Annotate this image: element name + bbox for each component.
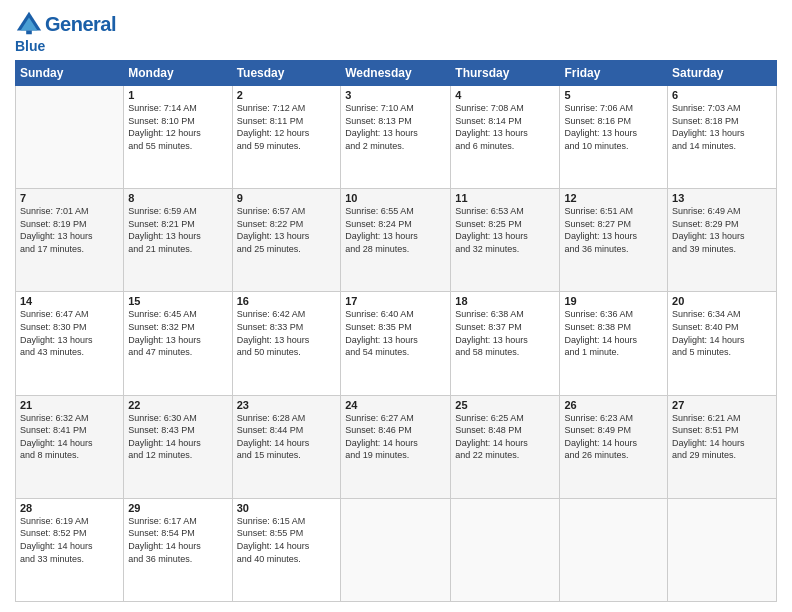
calendar-cell: 8Sunrise: 6:59 AM Sunset: 8:21 PM Daylig… [124,189,232,292]
day-number: 13 [672,192,772,204]
calendar-cell: 18Sunrise: 6:38 AM Sunset: 8:37 PM Dayli… [451,292,560,395]
weekday-header-thursday: Thursday [451,61,560,86]
day-number: 8 [128,192,227,204]
day-info: Sunrise: 6:57 AM Sunset: 8:22 PM Dayligh… [237,205,337,255]
day-number: 21 [20,399,119,411]
calendar-header-row: SundayMondayTuesdayWednesdayThursdayFrid… [16,61,777,86]
calendar-cell: 17Sunrise: 6:40 AM Sunset: 8:35 PM Dayli… [341,292,451,395]
weekday-header-wednesday: Wednesday [341,61,451,86]
header: General Blue [15,10,777,54]
calendar-cell: 14Sunrise: 6:47 AM Sunset: 8:30 PM Dayli… [16,292,124,395]
weekday-header-sunday: Sunday [16,61,124,86]
day-number: 25 [455,399,555,411]
day-number: 2 [237,89,337,101]
weekday-header-monday: Monday [124,61,232,86]
day-number: 22 [128,399,227,411]
day-number: 9 [237,192,337,204]
day-info: Sunrise: 6:15 AM Sunset: 8:55 PM Dayligh… [237,515,337,565]
day-number: 20 [672,295,772,307]
calendar-cell: 13Sunrise: 6:49 AM Sunset: 8:29 PM Dayli… [668,189,777,292]
day-number: 3 [345,89,446,101]
day-info: Sunrise: 6:25 AM Sunset: 8:48 PM Dayligh… [455,412,555,462]
weekday-header-tuesday: Tuesday [232,61,341,86]
calendar-cell: 12Sunrise: 6:51 AM Sunset: 8:27 PM Dayli… [560,189,668,292]
calendar-cell [560,498,668,601]
day-info: Sunrise: 6:34 AM Sunset: 8:40 PM Dayligh… [672,308,772,358]
calendar-cell [341,498,451,601]
weekday-header-friday: Friday [560,61,668,86]
day-info: Sunrise: 6:17 AM Sunset: 8:54 PM Dayligh… [128,515,227,565]
calendar-table: SundayMondayTuesdayWednesdayThursdayFrid… [15,60,777,602]
calendar-cell: 7Sunrise: 7:01 AM Sunset: 8:19 PM Daylig… [16,189,124,292]
calendar-cell: 27Sunrise: 6:21 AM Sunset: 8:51 PM Dayli… [668,395,777,498]
day-number: 15 [128,295,227,307]
calendar-week-2: 7Sunrise: 7:01 AM Sunset: 8:19 PM Daylig… [16,189,777,292]
calendar-cell: 16Sunrise: 6:42 AM Sunset: 8:33 PM Dayli… [232,292,341,395]
day-info: Sunrise: 6:32 AM Sunset: 8:41 PM Dayligh… [20,412,119,462]
calendar-cell: 22Sunrise: 6:30 AM Sunset: 8:43 PM Dayli… [124,395,232,498]
logo: General Blue [15,10,116,54]
day-info: Sunrise: 7:14 AM Sunset: 8:10 PM Dayligh… [128,102,227,152]
calendar-week-4: 21Sunrise: 6:32 AM Sunset: 8:41 PM Dayli… [16,395,777,498]
calendar-cell: 21Sunrise: 6:32 AM Sunset: 8:41 PM Dayli… [16,395,124,498]
calendar-cell: 29Sunrise: 6:17 AM Sunset: 8:54 PM Dayli… [124,498,232,601]
calendar-cell: 20Sunrise: 6:34 AM Sunset: 8:40 PM Dayli… [668,292,777,395]
calendar-cell: 23Sunrise: 6:28 AM Sunset: 8:44 PM Dayli… [232,395,341,498]
day-number: 6 [672,89,772,101]
day-info: Sunrise: 6:45 AM Sunset: 8:32 PM Dayligh… [128,308,227,358]
day-number: 30 [237,502,337,514]
day-info: Sunrise: 6:53 AM Sunset: 8:25 PM Dayligh… [455,205,555,255]
day-info: Sunrise: 6:27 AM Sunset: 8:46 PM Dayligh… [345,412,446,462]
day-number: 17 [345,295,446,307]
calendar-cell: 3Sunrise: 7:10 AM Sunset: 8:13 PM Daylig… [341,86,451,189]
logo-text-blue: Blue [15,38,45,54]
day-number: 4 [455,89,555,101]
calendar-cell [451,498,560,601]
day-info: Sunrise: 7:12 AM Sunset: 8:11 PM Dayligh… [237,102,337,152]
calendar-week-1: 1Sunrise: 7:14 AM Sunset: 8:10 PM Daylig… [16,86,777,189]
svg-rect-2 [26,31,32,35]
day-info: Sunrise: 6:51 AM Sunset: 8:27 PM Dayligh… [564,205,663,255]
calendar-week-3: 14Sunrise: 6:47 AM Sunset: 8:30 PM Dayli… [16,292,777,395]
day-number: 24 [345,399,446,411]
day-number: 5 [564,89,663,101]
day-number: 1 [128,89,227,101]
day-info: Sunrise: 7:03 AM Sunset: 8:18 PM Dayligh… [672,102,772,152]
day-number: 11 [455,192,555,204]
day-number: 19 [564,295,663,307]
day-number: 14 [20,295,119,307]
day-info: Sunrise: 6:21 AM Sunset: 8:51 PM Dayligh… [672,412,772,462]
day-info: Sunrise: 6:47 AM Sunset: 8:30 PM Dayligh… [20,308,119,358]
day-info: Sunrise: 6:19 AM Sunset: 8:52 PM Dayligh… [20,515,119,565]
day-number: 26 [564,399,663,411]
calendar-cell: 24Sunrise: 6:27 AM Sunset: 8:46 PM Dayli… [341,395,451,498]
day-info: Sunrise: 7:06 AM Sunset: 8:16 PM Dayligh… [564,102,663,152]
day-info: Sunrise: 7:10 AM Sunset: 8:13 PM Dayligh… [345,102,446,152]
day-info: Sunrise: 6:30 AM Sunset: 8:43 PM Dayligh… [128,412,227,462]
day-info: Sunrise: 7:08 AM Sunset: 8:14 PM Dayligh… [455,102,555,152]
day-info: Sunrise: 6:55 AM Sunset: 8:24 PM Dayligh… [345,205,446,255]
calendar-cell: 2Sunrise: 7:12 AM Sunset: 8:11 PM Daylig… [232,86,341,189]
day-info: Sunrise: 6:59 AM Sunset: 8:21 PM Dayligh… [128,205,227,255]
calendar-cell: 9Sunrise: 6:57 AM Sunset: 8:22 PM Daylig… [232,189,341,292]
day-number: 12 [564,192,663,204]
calendar-cell: 5Sunrise: 7:06 AM Sunset: 8:16 PM Daylig… [560,86,668,189]
calendar-cell: 4Sunrise: 7:08 AM Sunset: 8:14 PM Daylig… [451,86,560,189]
calendar-cell: 28Sunrise: 6:19 AM Sunset: 8:52 PM Dayli… [16,498,124,601]
weekday-header-saturday: Saturday [668,61,777,86]
calendar-week-5: 28Sunrise: 6:19 AM Sunset: 8:52 PM Dayli… [16,498,777,601]
calendar-cell: 11Sunrise: 6:53 AM Sunset: 8:25 PM Dayli… [451,189,560,292]
calendar-cell: 30Sunrise: 6:15 AM Sunset: 8:55 PM Dayli… [232,498,341,601]
logo-text-general: General [45,13,116,36]
day-info: Sunrise: 6:28 AM Sunset: 8:44 PM Dayligh… [237,412,337,462]
day-number: 18 [455,295,555,307]
day-info: Sunrise: 6:49 AM Sunset: 8:29 PM Dayligh… [672,205,772,255]
calendar-cell [668,498,777,601]
day-number: 28 [20,502,119,514]
calendar-cell: 25Sunrise: 6:25 AM Sunset: 8:48 PM Dayli… [451,395,560,498]
day-info: Sunrise: 6:36 AM Sunset: 8:38 PM Dayligh… [564,308,663,358]
day-number: 16 [237,295,337,307]
calendar-cell: 1Sunrise: 7:14 AM Sunset: 8:10 PM Daylig… [124,86,232,189]
page: General Blue SundayMondayTuesdayWednesda… [0,0,792,612]
calendar-cell: 10Sunrise: 6:55 AM Sunset: 8:24 PM Dayli… [341,189,451,292]
